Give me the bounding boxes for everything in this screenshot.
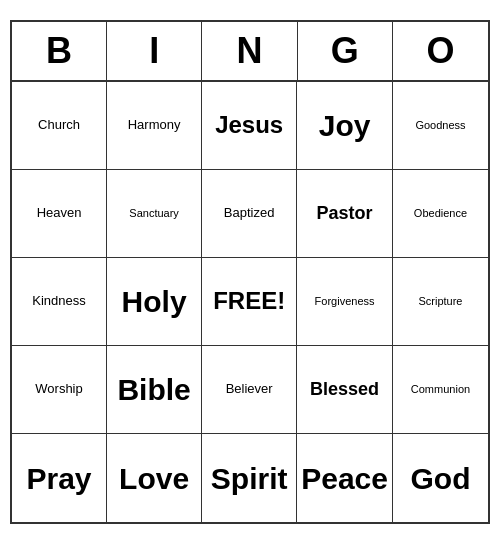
header-letter: O [393,22,488,80]
cell-text: Blessed [310,380,379,400]
bingo-cell: Pray [12,434,107,522]
bingo-cell: Joy [297,82,393,170]
bingo-cell: Jesus [202,82,297,170]
bingo-cell: Goodness [393,82,488,170]
bingo-cell: Believer [202,346,297,434]
cell-text: Scripture [418,295,462,307]
bingo-cell: Blessed [297,346,393,434]
cell-text: Believer [226,382,273,396]
bingo-cell: Communion [393,346,488,434]
cell-text: God [410,462,470,495]
cell-text: Baptized [224,206,275,220]
cell-text: Holy [122,285,187,318]
header-letter: N [202,22,297,80]
bingo-cell: Peace [297,434,393,522]
bingo-cell: Forgiveness [297,258,393,346]
cell-text: Communion [411,383,470,395]
bingo-cell: Kindness [12,258,107,346]
cell-text: Harmony [128,118,181,132]
cell-text: Heaven [37,206,82,220]
header-letter: G [298,22,393,80]
bingo-cell: God [393,434,488,522]
cell-text: FREE! [213,288,285,314]
cell-text: Bible [117,373,190,406]
bingo-cell: Scripture [393,258,488,346]
cell-text: Peace [301,462,388,495]
cell-text: Love [119,462,189,495]
bingo-header: BINGO [12,22,488,82]
cell-text: Spirit [211,462,288,495]
bingo-cell: FREE! [202,258,297,346]
bingo-cell: Sanctuary [107,170,202,258]
bingo-card: BINGO ChurchHarmonyJesusJoyGoodnessHeave… [10,20,490,524]
header-letter: B [12,22,107,80]
cell-text: Jesus [215,112,283,138]
cell-text: Sanctuary [129,207,179,219]
bingo-cell: Spirit [202,434,297,522]
cell-text: Pray [27,462,92,495]
cell-text: Pastor [317,204,373,224]
cell-text: Joy [319,109,371,142]
bingo-cell: Obedience [393,170,488,258]
header-letter: I [107,22,202,80]
cell-text: Goodness [415,119,465,131]
bingo-cell: Holy [107,258,202,346]
bingo-cell: Harmony [107,82,202,170]
cell-text: Forgiveness [315,295,375,307]
bingo-cell: Baptized [202,170,297,258]
bingo-cell: Love [107,434,202,522]
bingo-cell: Bible [107,346,202,434]
cell-text: Church [38,118,80,132]
bingo-cell: Heaven [12,170,107,258]
cell-text: Obedience [414,207,467,219]
bingo-cell: Worship [12,346,107,434]
bingo-grid: ChurchHarmonyJesusJoyGoodnessHeavenSanct… [12,82,488,522]
cell-text: Worship [35,382,82,396]
cell-text: Kindness [32,294,85,308]
bingo-cell: Pastor [297,170,393,258]
bingo-cell: Church [12,82,107,170]
